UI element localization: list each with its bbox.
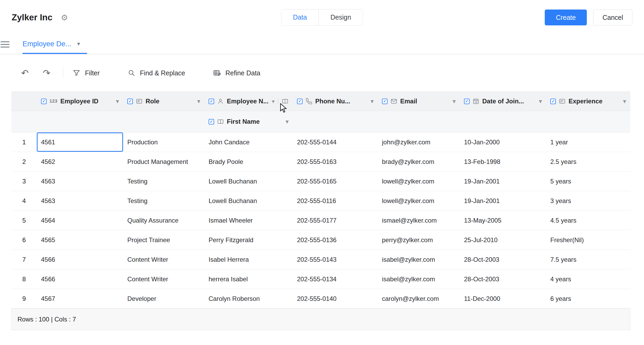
- table-cell[interactable]: herrera Isabel: [204, 269, 293, 289]
- table-cell[interactable]: 202-555-0134: [293, 269, 378, 289]
- table-cell[interactable]: 28-Oct-2003: [460, 250, 546, 269]
- column-checkbox[interactable]: ✓: [209, 99, 214, 104]
- column-checkbox[interactable]: ✓: [41, 99, 47, 104]
- table-cell[interactable]: 4 years: [546, 269, 630, 289]
- column-header-employee-id[interactable]: ✓ 123 Employee ID ▾: [37, 92, 123, 111]
- hamburger-menu-icon[interactable]: [1, 42, 10, 48]
- table-cell[interactable]: 25-Jul-2010: [460, 230, 546, 250]
- row-number[interactable]: 1: [11, 132, 37, 152]
- filter-button[interactable]: Filter: [72, 69, 100, 77]
- table-cell[interactable]: 202-555-0143: [293, 250, 378, 269]
- column-checkbox[interactable]: ✓: [127, 99, 133, 104]
- table-cell[interactable]: ismael@zylker.com: [378, 211, 460, 230]
- chevron-down-icon[interactable]: ▾: [116, 98, 119, 104]
- table-cell[interactable]: Project Trainee: [123, 230, 204, 250]
- table-cell[interactable]: 2.5 years: [546, 152, 630, 171]
- table-cell[interactable]: carolyn@zylker.com: [378, 289, 460, 308]
- chevron-down-icon[interactable]: ▾: [453, 98, 456, 104]
- column-checkbox[interactable]: ✓: [209, 119, 214, 125]
- table-cell[interactable]: 6 years: [546, 289, 630, 308]
- table-cell[interactable]: Quality Assurance: [123, 211, 204, 230]
- table-cell[interactable]: 4563: [37, 172, 123, 191]
- table-cell[interactable]: 4566: [37, 250, 123, 269]
- row-number[interactable]: 5: [11, 211, 37, 230]
- refine-data-button[interactable]: Refine Data: [213, 69, 260, 77]
- table-cell[interactable]: 202-555-0144: [293, 132, 378, 152]
- table-cell[interactable]: 202-555-0177: [293, 211, 378, 230]
- table-cell[interactable]: Content Writer: [123, 250, 204, 269]
- table-cell[interactable]: perry@zylker.com: [378, 230, 460, 250]
- table-cell[interactable]: Brady Poole: [204, 152, 293, 171]
- table-cell[interactable]: 1 year: [546, 132, 630, 152]
- tab-data[interactable]: Data: [281, 10, 319, 25]
- table-cell[interactable]: 4566: [37, 269, 123, 289]
- table-cell[interactable]: isabel@zylker.com: [378, 250, 460, 269]
- undo-button[interactable]: ↶: [17, 66, 32, 80]
- table-cell[interactable]: 4564: [37, 211, 123, 230]
- chevron-down-icon[interactable]: ▾: [197, 98, 200, 104]
- table-cell[interactable]: isabel@zylker.com: [378, 269, 460, 289]
- table-cell[interactable]: 19-Jan-2001: [460, 172, 546, 191]
- table-cell[interactable]: Developer: [123, 289, 204, 308]
- table-cell[interactable]: 10-Jan-2000: [460, 132, 546, 152]
- column-checkbox[interactable]: ✓: [382, 99, 388, 104]
- table-cell[interactable]: Perry Fitzgerald: [204, 230, 293, 250]
- table-cell[interactable]: 202-555-0116: [293, 191, 378, 210]
- table-cell[interactable]: 5 years: [546, 172, 630, 191]
- table-cell[interactable]: 202-555-0163: [293, 152, 378, 171]
- table-cell[interactable]: john@zylker.com: [378, 132, 460, 152]
- column-header-role[interactable]: ✓ Role ▾: [123, 92, 204, 111]
- table-cell[interactable]: 19-Jan-2001: [460, 191, 546, 210]
- column-checkbox[interactable]: ✓: [464, 99, 470, 104]
- table-cell[interactable]: brady@zylker.com: [378, 152, 460, 171]
- table-cell[interactable]: 4562: [37, 152, 123, 171]
- table-cell[interactable]: 202-555-0165: [293, 172, 378, 191]
- find-replace-button[interactable]: Find & Replace: [127, 69, 185, 77]
- table-cell[interactable]: Lowell Buchanan: [204, 172, 293, 191]
- gear-icon[interactable]: ⚙: [61, 13, 68, 22]
- row-number[interactable]: 2: [11, 152, 37, 171]
- chevron-down-icon[interactable]: ▾: [77, 40, 80, 47]
- cancel-button[interactable]: Cancel: [593, 10, 632, 25]
- chevron-down-icon[interactable]: ▾: [371, 98, 373, 104]
- table-cell[interactable]: 202-555-0136: [293, 230, 378, 250]
- table-cell[interactable]: Ismael Wheeler: [204, 211, 293, 230]
- column-checkbox[interactable]: ✓: [550, 99, 556, 104]
- sheet-tab-employee-details[interactable]: Employee De... ▾: [22, 35, 87, 54]
- table-cell[interactable]: Lowell Buchanan: [204, 191, 293, 210]
- table-cell[interactable]: 13-Feb-1998: [460, 152, 546, 171]
- chevron-down-icon[interactable]: ▾: [539, 98, 542, 104]
- table-cell[interactable]: 4565: [37, 230, 123, 250]
- row-number[interactable]: 6: [11, 230, 37, 250]
- tab-design[interactable]: Design: [318, 10, 363, 25]
- table-cell[interactable]: Testing: [123, 172, 204, 191]
- table-cell[interactable]: Content Writer: [123, 269, 204, 289]
- table-cell[interactable]: Fresher(Nil): [546, 230, 630, 250]
- column-checkbox[interactable]: ✓: [297, 99, 303, 104]
- table-cell[interactable]: 11-Dec-2000: [460, 289, 546, 308]
- table-cell[interactable]: Product Management: [123, 152, 204, 171]
- redo-button[interactable]: ↷: [39, 66, 54, 80]
- column-header-phone[interactable]: ✓ Phone Nu... ▾: [293, 92, 378, 111]
- table-cell[interactable]: 4563: [37, 191, 123, 210]
- table-cell[interactable]: 7.5 years: [546, 250, 630, 269]
- table-cell[interactable]: 4.5 years: [546, 211, 630, 230]
- column-header-email[interactable]: ✓ Email ▾: [378, 92, 460, 111]
- column-header-experience[interactable]: ✓ Experience ▾: [546, 92, 630, 111]
- table-cell[interactable]: 28-Oct-2003: [460, 269, 546, 289]
- table-cell[interactable]: Testing: [123, 191, 204, 210]
- chevron-down-icon[interactable]: ▾: [272, 98, 274, 104]
- table-cell[interactable]: 3 years: [546, 191, 630, 210]
- row-number[interactable]: 9: [11, 289, 37, 308]
- row-number[interactable]: 7: [11, 250, 37, 269]
- table-cell[interactable]: John Candace: [204, 132, 293, 152]
- create-button[interactable]: Create: [545, 10, 587, 25]
- table-cell[interactable]: lowell@zylker.com: [378, 191, 460, 210]
- row-number[interactable]: 3: [11, 172, 37, 191]
- chevron-down-icon[interactable]: ▾: [286, 118, 289, 125]
- table-cell[interactable]: Isabel Herrera: [204, 250, 293, 269]
- row-number[interactable]: 8: [11, 269, 37, 289]
- table-cell[interactable]: Carolyn Roberson: [204, 289, 293, 308]
- table-cell[interactable]: 202-555-0140: [293, 289, 378, 308]
- table-cell[interactable]: Production: [123, 132, 204, 152]
